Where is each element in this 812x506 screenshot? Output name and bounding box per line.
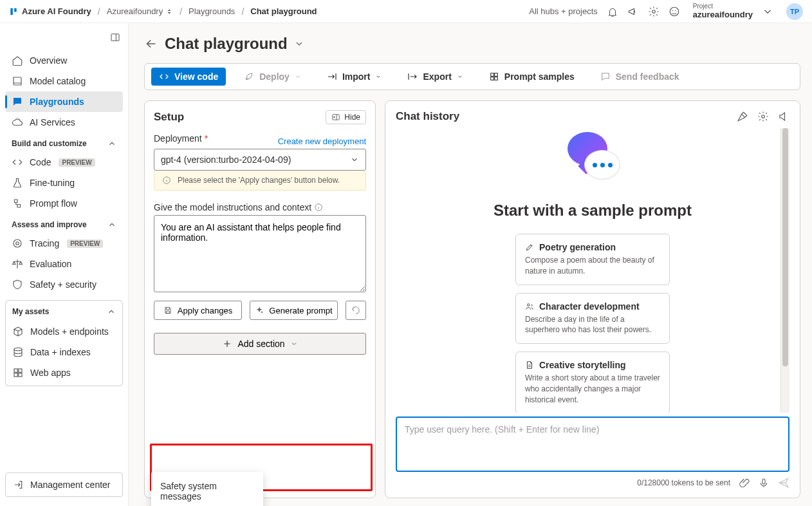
cloud-icon <box>12 117 23 128</box>
sidebar-item-ai-services[interactable]: AI Services <box>5 112 123 133</box>
save-icon <box>163 306 172 315</box>
svg-rect-11 <box>19 373 22 377</box>
sidebar: Overview Model catalog Playgrounds AI Se… <box>0 23 129 506</box>
setup-title: Setup <box>154 111 184 124</box>
toolbar: View code Deploy Import Export Prompt sa… <box>144 63 800 90</box>
sidebar-item-prompt-flow[interactable]: Prompt flow <box>5 193 123 214</box>
brand[interactable]: Azure AI Foundry <box>9 6 91 16</box>
undo-icon <box>351 305 361 315</box>
chat-body: Start with a sample prompt Poetry genera… <box>396 128 789 413</box>
broom-icon[interactable] <box>737 111 748 122</box>
bell-icon[interactable] <box>607 6 618 17</box>
svg-rect-21 <box>762 479 765 484</box>
send-feedback-button[interactable]: Send feedback <box>593 68 687 86</box>
sidebar-item-code[interactable]: Code PREVIEW <box>5 152 123 173</box>
generate-prompt-button[interactable]: Generate prompt <box>250 301 338 320</box>
chevron-up-icon <box>107 139 116 148</box>
token-count: 0/128000 tokens to be sent <box>637 478 730 487</box>
home-icon <box>12 55 23 66</box>
chevron-down-icon[interactable] <box>294 39 304 49</box>
scroll-thumb[interactable] <box>782 128 788 366</box>
sidebar-item-evaluation[interactable]: Evaluation <box>5 254 123 274</box>
sidebar-item-web-apps[interactable]: Web apps <box>6 362 122 383</box>
create-deployment-link[interactable]: Create new deployment <box>278 136 366 146</box>
dropdown-item-safety[interactable]: Safety system messages <box>151 474 263 506</box>
management-center-button[interactable]: Management center <box>5 473 123 497</box>
prompt-samples-button[interactable]: Prompt samples <box>481 68 582 86</box>
separator: / <box>180 6 182 17</box>
info-icon[interactable] <box>314 203 323 212</box>
deployment-select[interactable]: gpt-4 (version:turbo-2024-04-09) <box>154 149 366 171</box>
microphone-icon[interactable] <box>759 478 769 488</box>
svg-rect-4 <box>111 34 119 41</box>
panel-collapse-icon <box>110 32 120 42</box>
sidebar-item-model-catalog[interactable]: Model catalog <box>5 71 123 91</box>
view-code-button[interactable]: View code <box>151 68 226 86</box>
scale-icon <box>12 258 23 270</box>
svg-point-7 <box>14 348 22 351</box>
sort-icon <box>165 8 173 15</box>
preview-badge: PREVIEW <box>59 158 95 167</box>
page-title: Chat playground <box>165 35 288 53</box>
prompt-card-character[interactable]: Character development Describe a day in … <box>515 293 670 344</box>
breadcrumb-hub[interactable]: Azureaifoundry <box>107 6 173 16</box>
preview-badge: PREVIEW <box>67 239 103 248</box>
svg-point-2 <box>672 10 674 11</box>
system-instructions-input[interactable] <box>154 215 366 292</box>
gear-icon[interactable] <box>757 111 769 122</box>
svg-point-5 <box>14 239 21 247</box>
add-section-dropdown: Safety system messages Examples Variable <box>151 472 263 506</box>
prompt-card-poetry[interactable]: Poetry generation Compose a poem about t… <box>515 234 670 285</box>
avatar[interactable]: TP <box>786 3 803 20</box>
svg-rect-12 <box>490 73 494 77</box>
top-bar: Azure AI Foundry / Azureaifoundry / Play… <box>0 0 812 23</box>
all-hubs-link[interactable]: All hubs + projects <box>529 6 598 16</box>
sidebar-item-tracing[interactable]: Tracing PREVIEW <box>5 233 123 254</box>
apply-changes-button[interactable]: Apply changes <box>154 301 242 320</box>
code-icon <box>12 156 23 168</box>
sidebar-section-assess[interactable]: Assess and improve <box>5 214 123 233</box>
instructions-label: Give the model instructions and context <box>154 202 366 212</box>
grid-icon <box>12 367 24 379</box>
scrollbar[interactable] <box>780 128 789 413</box>
info-icon <box>162 176 171 185</box>
chevron-down-icon[interactable] <box>762 6 773 17</box>
smiley-icon[interactable] <box>669 6 680 17</box>
add-section-button[interactable]: Add section <box>154 333 366 355</box>
send-icon[interactable] <box>778 477 789 489</box>
export-button[interactable]: Export <box>400 68 470 86</box>
back-arrow-icon[interactable] <box>144 37 158 51</box>
svg-rect-10 <box>14 373 17 377</box>
sidebar-item-safety[interactable]: Safety + security <box>5 274 123 295</box>
plus-icon <box>222 339 232 349</box>
breadcrumb-playgrounds[interactable]: Playgrounds <box>189 6 235 16</box>
attachment-icon[interactable] <box>739 478 750 488</box>
revert-button[interactable] <box>346 301 366 320</box>
chevron-down-icon <box>350 155 359 164</box>
gear-icon[interactable] <box>648 6 660 17</box>
sidebar-section-build[interactable]: Build and customize <box>5 133 123 152</box>
deploy-button[interactable]: Deploy <box>236 68 309 86</box>
sidebar-item-data-indexes[interactable]: Data + indexes <box>6 342 122 362</box>
collapse-sidebar-button[interactable] <box>107 30 123 45</box>
sidebar-item-overview[interactable]: Overview <box>5 50 123 71</box>
speaker-icon[interactable] <box>778 111 789 122</box>
import-button[interactable]: Import <box>319 68 390 86</box>
chevron-down-icon <box>457 73 463 80</box>
chat-illustration <box>564 132 622 190</box>
hide-button[interactable]: Hide <box>326 110 366 124</box>
megaphone-icon[interactable] <box>627 6 639 17</box>
svg-rect-8 <box>14 369 17 372</box>
sidebar-item-fine-tuning[interactable]: Fine-tuning <box>5 173 123 193</box>
prompt-card-creative[interactable]: Creative storytelling Write a short stor… <box>515 351 670 413</box>
main-panel: Chat playground View code Deploy Import … <box>129 23 812 506</box>
pen-icon <box>525 243 534 252</box>
sidebar-item-models-endpoints[interactable]: Models + endpoints <box>6 321 122 342</box>
document-icon <box>525 361 534 370</box>
chat-input[interactable]: Type user query here. (Shift + Enter for… <box>396 417 789 472</box>
apply-changes-warning: Please select the 'Apply changes' button… <box>154 171 366 191</box>
sidebar-section-assets[interactable]: My assets <box>5 300 123 320</box>
sidebar-item-playgrounds[interactable]: Playgrounds <box>5 91 123 112</box>
project-picker[interactable]: Project azureaifoundry <box>693 3 753 19</box>
import-icon <box>327 71 337 82</box>
